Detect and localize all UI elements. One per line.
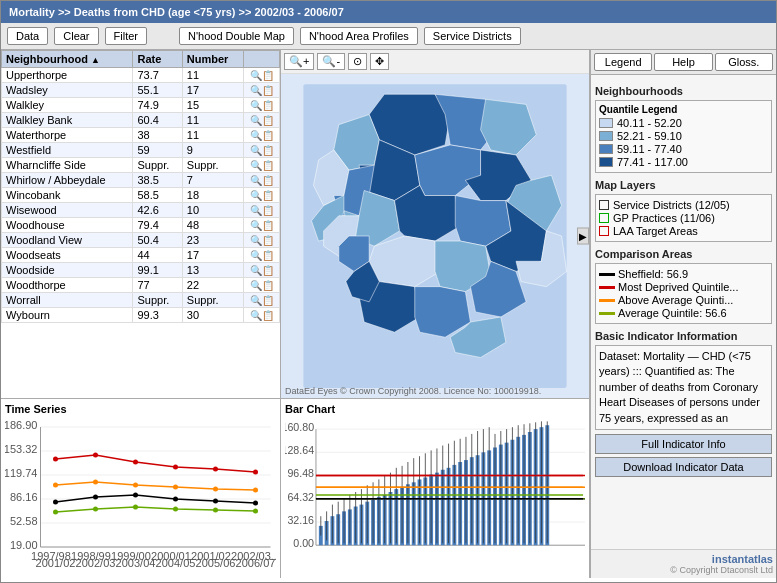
table-row[interactable]: Wisewood 42.6 10 🔍📋 [2,203,280,218]
table-row[interactable]: Woodside 99.1 13 🔍📋 [2,263,280,278]
table-cell-name: Wisewood [2,203,133,218]
table-row[interactable]: Wharncliffe Side Suppr. Suppr. 🔍📋 [2,158,280,173]
table-cell-icons[interactable]: 🔍📋 [244,143,280,158]
map-copyright: DataEd Eyes © Crown Copyright 2008. Lice… [285,386,541,396]
table-cell-icons[interactable]: 🔍📋 [244,278,280,293]
gloss-button[interactable]: Gloss. [715,53,773,71]
table-cell-icons[interactable]: 🔍📋 [244,203,280,218]
table-cell-icons[interactable]: 🔍📋 [244,113,280,128]
table-cell-rate: 58.5 [133,188,182,203]
data-button[interactable]: Data [7,27,48,45]
table-scroll-area[interactable]: Neighbourhood ▲ Rate Number Upperthorpe … [1,50,280,398]
full-indicator-info-button[interactable]: Full Indicator Info [595,434,772,454]
layer-check-1[interactable] [599,200,609,210]
layer-check-3[interactable] [599,226,609,236]
comp-label-2: Most Deprived Quintile... [618,281,738,293]
table-cell-rate: 38 [133,128,182,143]
table-cell-icons[interactable]: 🔍📋 [244,98,280,113]
table-cell-icons[interactable]: 🔍📋 [244,263,280,278]
col-header-number: Number [182,51,243,68]
svg-point-72 [133,505,138,510]
table-row[interactable]: Walkley Bank 60.4 11 🔍📋 [2,113,280,128]
table-cell-icons[interactable]: 🔍📋 [244,188,280,203]
page-title: Mortality >> Deaths from CHD (age <75 yr… [9,6,344,18]
nhood-double-map-button[interactable]: N'hood Double Map [179,27,294,45]
table-cell-icons[interactable]: 🔍📋 [244,233,280,248]
comp-item-2: Most Deprived Quintile... [599,281,768,293]
table-cell-rate: 60.4 [133,113,182,128]
legend-item-2: 52.21 - 59.10 [599,130,768,142]
basic-info-text: Dataset: Mortality — CHD (<75 years) :::… [599,350,760,424]
legend-button[interactable]: Legend [594,53,652,71]
svg-point-68 [213,487,218,492]
svg-point-75 [253,509,258,514]
table-row[interactable]: Wybourn 99.3 30 🔍📋 [2,308,280,323]
table-cell-icons[interactable]: 🔍📋 [244,83,280,98]
layer-item-3[interactable]: LAA Target Areas [599,225,768,237]
table-cell-name: Woodseats [2,248,133,263]
table-cell-number: 22 [182,278,243,293]
table-cell-icons[interactable]: 🔍📋 [244,308,280,323]
svg-text:128.64: 128.64 [285,444,314,456]
svg-point-70 [53,510,58,515]
table-row[interactable]: Westfield 59 9 🔍📋 [2,143,280,158]
table-row[interactable]: Waterthorpe 38 11 🔍📋 [2,128,280,143]
table-row[interactable]: Woodland View 50.4 23 🔍📋 [2,233,280,248]
bar-chart-svg: 160.80 128.64 96.48 64.32 32.16 0.00 [285,417,585,567]
table-cell-number: 11 [182,128,243,143]
table-row[interactable]: Upperthorpe 73.7 11 🔍📋 [2,68,280,83]
layer-check-2[interactable] [599,213,609,223]
table-row[interactable]: Woodseats 44 17 🔍📋 [2,248,280,263]
table-cell-number: 7 [182,173,243,188]
table-cell-name: Woodthorpe [2,278,133,293]
time-series-panel: Time Series 186.90 153.32 119.74 86.16 5… [1,398,281,578]
map-scroll-right[interactable]: ▶ [577,228,589,245]
layer-item-2[interactable]: GP Practices (11/06) [599,212,768,224]
svg-point-57 [253,501,258,506]
map-reset-button[interactable]: ⊙ [348,53,367,70]
download-indicator-data-button[interactable]: Download Indicator Data [595,457,772,477]
table-row[interactable]: Woodhouse 79.4 48 🔍📋 [2,218,280,233]
table-cell-icons[interactable]: 🔍📋 [244,248,280,263]
clear-button[interactable]: Clear [54,27,98,45]
table-row[interactable]: Walkley 74.9 15 🔍📋 [2,98,280,113]
legend-color-4 [599,157,613,167]
table-cell-icons[interactable]: 🔍📋 [244,218,280,233]
nhood-area-profiles-button[interactable]: N'hood Area Profiles [300,27,418,45]
svg-text:2006/07: 2006/07 [236,557,276,567]
svg-text:2005/06: 2005/06 [196,557,236,567]
table-cell-name: Wybourn [2,308,133,323]
table-row[interactable]: Worrall Suppr. Suppr. 🔍📋 [2,293,280,308]
table-cell-rate: 73.7 [133,68,182,83]
table-cell-icons[interactable]: 🔍📋 [244,158,280,173]
table-row[interactable]: Wadsley 55.1 17 🔍📋 [2,83,280,98]
map-zoom-out-button[interactable]: 🔍- [317,53,345,70]
map-zoom-in-button[interactable]: 🔍+ [284,53,314,70]
svg-text:2004/05: 2004/05 [156,557,196,567]
help-button[interactable]: Help [654,53,712,71]
table-row[interactable]: Woodthorpe 77 22 🔍📋 [2,278,280,293]
table-row[interactable]: Whirlow / Abbeydale 38.5 7 🔍📋 [2,173,280,188]
svg-text:2003/04: 2003/04 [116,557,156,567]
col-header-icons [244,51,280,68]
table-cell-number: 48 [182,218,243,233]
filter-button[interactable]: Filter [105,27,147,45]
table-cell-icons[interactable]: 🔍📋 [244,68,280,83]
layer-item-1[interactable]: Service Districts (12/05) [599,199,768,211]
service-districts-button[interactable]: Service Districts [424,27,521,45]
table-cell-rate: 79.4 [133,218,182,233]
neighbourhood-table: Neighbourhood ▲ Rate Number Upperthorpe … [1,50,280,323]
table-cell-icons[interactable]: 🔍📋 [244,173,280,188]
svg-point-69 [253,488,258,493]
svg-point-60 [133,460,138,465]
table-cell-name: Westfield [2,143,133,158]
table-cell-icons[interactable]: 🔍📋 [244,128,280,143]
table-row[interactable]: Wincobank 58.5 18 🔍📋 [2,188,280,203]
layer-label-1: Service Districts (12/05) [613,199,730,211]
basic-info-section-title: Basic Indicator Information [595,330,772,342]
svg-text:2002/03: 2002/03 [76,557,116,567]
map-pan-button[interactable]: ✥ [370,53,389,70]
table-cell-icons[interactable]: 🔍📋 [244,293,280,308]
neighbourhoods-section-title: Neighbourhoods [595,85,772,97]
svg-point-66 [133,483,138,488]
